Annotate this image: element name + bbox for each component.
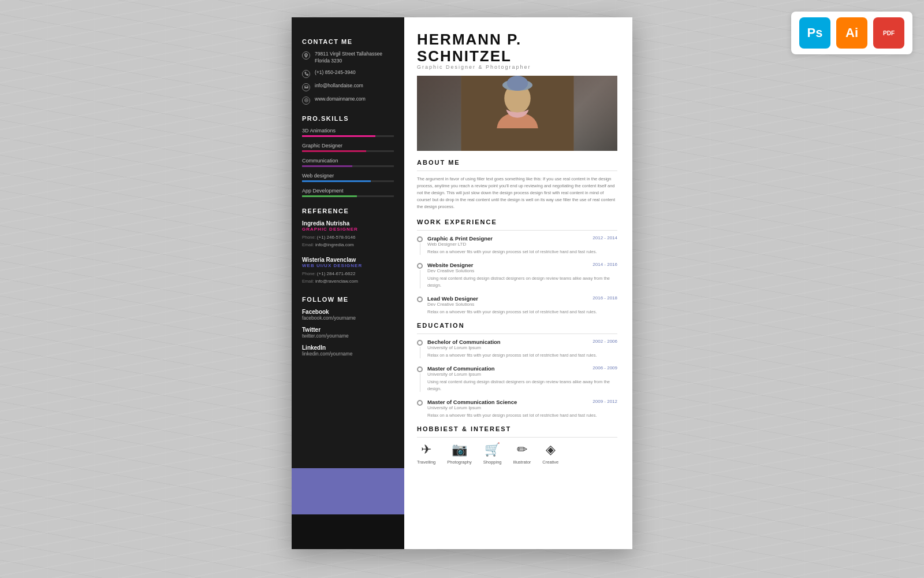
edu-content: Master of Communication Science 2009 - 2… <box>427 399 617 418</box>
job-years: 2016 - 2018 <box>593 295 617 301</box>
edu-degree: Bechelor of Communication <box>427 339 501 345</box>
edu-item: Master of Communication Science 2009 - 2… <box>417 399 617 418</box>
skill-item: 3D Animations <box>302 128 394 137</box>
social-url: linkedin.com/yourname <box>302 351 394 357</box>
education-title: EDUCATION <box>417 322 617 329</box>
skill-label: Graphic Designer <box>302 143 394 149</box>
skill-label: 3D Animations <box>302 128 394 134</box>
timeline <box>417 399 423 418</box>
edu-degree: Master of Communication Science <box>427 399 517 405</box>
ref-email: Email: info@ravenclaw.com <box>302 278 394 286</box>
edu-degree: Master of Communication <box>427 365 495 372</box>
job-years: 2012 - 2014 <box>593 235 617 240</box>
sidebar-accent-blue <box>292 468 404 514</box>
timeline <box>417 235 423 255</box>
hobby-icon: ◈ <box>546 442 556 457</box>
hobby-icon: 🛒 <box>485 442 500 457</box>
contact-phone: (+1) 850-245-3940 <box>302 69 394 78</box>
ref-phone: Phone: (+1) 246-578-9146 <box>302 234 394 242</box>
ai-label: Ai <box>845 25 858 40</box>
job-header: Website Designer 2014 - 2016 <box>427 262 617 268</box>
skill-label: App Development <box>302 188 394 194</box>
timeline-dot <box>417 236 423 242</box>
job-header: Lead Web Designer 2016 - 2018 <box>427 295 617 302</box>
skill-bar-fill <box>302 180 371 182</box>
hobby-label: Creative <box>542 460 558 465</box>
social-item: LinkedIn linkedin.com/yourname <box>302 344 394 357</box>
profile-photo <box>417 76 617 151</box>
ref-title: GRAPHIC DESIGNER <box>302 227 394 232</box>
edu-desc: Relax on a whoever fits with your design… <box>427 412 617 418</box>
timeline <box>417 365 423 392</box>
skill-bar-bg <box>302 150 394 152</box>
pdf-button[interactable]: PDF <box>873 17 904 49</box>
contact-title: CONTACT ME <box>302 38 394 45</box>
sidebar: CONTACT ME 79811 Virgil Street Tallahass… <box>292 17 404 549</box>
skill-label: Web designer <box>302 173 394 179</box>
hobbies-title: HOBBIEST & INTEREST <box>417 425 617 432</box>
hobby-item: ✈ Travelling <box>417 442 435 465</box>
job-item: Graphic & Print Designer 2012 - 2014 Web… <box>417 235 617 255</box>
reference-title: REFERENCE <box>302 208 394 214</box>
edu-content: Master of Communication 2006 - 2009 Univ… <box>427 365 617 392</box>
timeline-dot <box>417 297 423 302</box>
hobbies-divider <box>417 437 617 438</box>
edu-university: University of Lorum Ipsum <box>427 372 617 377</box>
job-company: Dev Creative Solutions <box>427 268 617 273</box>
education-divider <box>417 334 617 334</box>
ref-name: Wisteria Ravenclaw <box>302 257 394 263</box>
hobbies-container: ✈ Travelling 📷 Photography 🛒 Shopping ✏ … <box>417 442 617 465</box>
timeline-line <box>420 270 420 288</box>
reference-item: Wisteria Ravenclaw WEB UI/UX DESIGNER Ph… <box>302 257 394 286</box>
timeline-dot <box>417 340 423 346</box>
website-text: www.domainname.com <box>315 96 366 103</box>
hobby-label: Illustrator <box>513 460 531 465</box>
skill-bar-fill <box>302 150 366 152</box>
social-container: Facebook facebook.com/yourname Twitter t… <box>302 309 394 357</box>
reference-container: Ingredia Nutrisha GRAPHIC DESIGNER Phone… <box>302 220 394 286</box>
svg-point-5 <box>506 76 527 91</box>
email-icon <box>302 83 310 91</box>
web-icon <box>302 97 310 105</box>
job-company: Web Designer LTD <box>427 242 617 247</box>
resume-container: CONTACT ME 79811 Virgil Street Tallahass… <box>292 17 632 549</box>
timeline <box>417 262 423 288</box>
social-url: twitter.com/yourname <box>302 333 394 339</box>
hobby-item: ✏ Illustrator <box>513 442 531 465</box>
contact-email: info@hollandaise.com <box>302 83 394 91</box>
illustrator-button[interactable]: Ai <box>836 17 867 49</box>
job-content: Lead Web Designer 2016 - 2018 Dev Creati… <box>427 295 617 315</box>
hobby-icon: ✈ <box>421 442 431 457</box>
skill-bar-bg <box>302 165 394 167</box>
skills-title: PRO.SKILLS <box>302 115 394 122</box>
hobby-label: Shopping <box>483 460 502 465</box>
job-desc: Using real content during design distrac… <box>427 275 617 288</box>
pdf-label: PDF <box>883 30 895 36</box>
about-divider <box>417 171 617 171</box>
timeline-line <box>420 243 420 255</box>
edu-item: Master of Communication 2006 - 2009 Univ… <box>417 365 617 392</box>
edu-header: Master of Communication Science 2009 - 2… <box>427 399 617 405</box>
ref-name: Ingredia Nutrisha <box>302 220 394 227</box>
photoshop-button[interactable]: Ps <box>799 17 830 49</box>
edu-container: Bechelor of Communication 2002 - 2006 Un… <box>417 339 617 418</box>
hobby-label: Travelling <box>417 460 435 465</box>
job-years: 2014 - 2016 <box>593 262 617 267</box>
skill-item: App Development <box>302 188 394 197</box>
toolbar: Ps Ai PDF <box>791 12 912 54</box>
work-divider <box>417 230 617 231</box>
skill-bar-fill <box>302 135 375 137</box>
ps-label: Ps <box>807 25 823 40</box>
hobby-item: 🛒 Shopping <box>483 442 502 465</box>
timeline-line <box>420 373 420 392</box>
follow-title: FOLLOW ME <box>302 296 394 303</box>
skill-bar-fill <box>302 165 352 167</box>
phone-text: (+1) 850-245-3940 <box>315 69 356 76</box>
hobby-label: Photography <box>447 460 472 465</box>
email-text: info@hollandaise.com <box>315 83 363 90</box>
ref-phone: Phone: (+1) 284-671-6622 <box>302 271 394 278</box>
contact-website: www.domainname.com <box>302 96 394 105</box>
timeline-dot <box>417 263 423 269</box>
job-title: Lead Web Designer <box>427 295 478 302</box>
edu-header: Bechelor of Communication 2002 - 2006 <box>427 339 617 345</box>
